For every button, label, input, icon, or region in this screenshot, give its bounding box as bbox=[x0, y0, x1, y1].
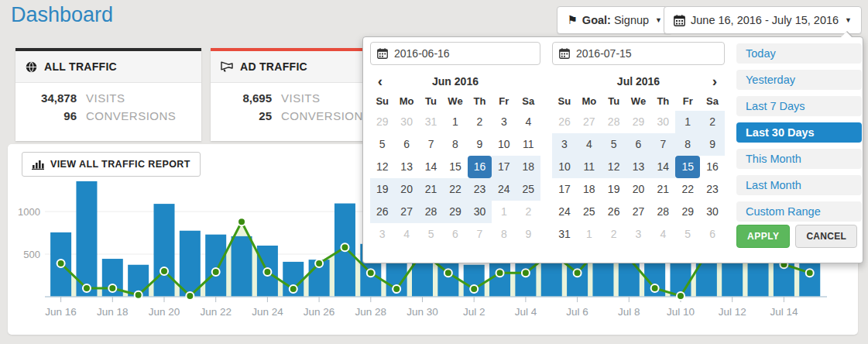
calendar-day[interactable]: 1 bbox=[492, 201, 516, 223]
calendar-day[interactable]: 30 bbox=[700, 201, 725, 223]
calendar-day[interactable]: 26 bbox=[370, 201, 394, 223]
calendar-day[interactable]: 5 bbox=[675, 223, 700, 246]
calendar-day[interactable]: 20 bbox=[394, 178, 418, 201]
calendar-day[interactable]: 14 bbox=[650, 156, 675, 178]
calendar-day[interactable]: 9 bbox=[700, 133, 725, 156]
calendar-day[interactable]: 24 bbox=[552, 201, 577, 223]
calendar-day[interactable]: 2 bbox=[700, 111, 725, 133]
calendar-day[interactable]: 23 bbox=[468, 178, 492, 201]
goal-dropdown-button[interactable]: ⚑ Goal: Signup ▼ bbox=[557, 6, 672, 34]
calendar-day[interactable]: 15 bbox=[443, 156, 467, 178]
prev-month-button[interactable]: ‹ bbox=[370, 71, 390, 92]
calendar-day[interactable]: 29 bbox=[675, 201, 700, 223]
calendar-day[interactable]: 8 bbox=[492, 223, 516, 246]
calendar-day[interactable]: 2 bbox=[516, 201, 540, 223]
calendar-day[interactable]: 18 bbox=[577, 178, 602, 201]
calendar-day[interactable]: 5 bbox=[602, 133, 626, 156]
calendar-day[interactable]: 1 bbox=[443, 111, 467, 133]
calendar-day[interactable]: 31 bbox=[552, 223, 577, 246]
calendar-day[interactable]: 16 bbox=[700, 156, 725, 178]
calendar-day[interactable]: 6 bbox=[626, 133, 651, 156]
calendar-day[interactable]: 7 bbox=[468, 223, 492, 246]
calendar-day[interactable]: 24 bbox=[492, 178, 516, 201]
calendar-day[interactable]: 16 bbox=[468, 156, 492, 178]
calendar-day[interactable]: 10 bbox=[492, 133, 516, 156]
calendar-day[interactable]: 2 bbox=[468, 111, 492, 133]
preset-yesterday[interactable]: Yesterday bbox=[736, 70, 862, 90]
calendar-day[interactable]: 31 bbox=[419, 111, 443, 133]
calendar-day[interactable]: 29 bbox=[443, 201, 467, 223]
calendar-day[interactable]: 28 bbox=[419, 201, 443, 223]
preset-custom-range[interactable]: Custom Range bbox=[736, 201, 862, 222]
calendar-day[interactable]: 11 bbox=[516, 133, 540, 156]
calendar-day[interactable]: 29 bbox=[626, 111, 651, 133]
calendar-day[interactable]: 8 bbox=[443, 133, 467, 156]
calendar-day[interactable]: 3 bbox=[626, 223, 651, 246]
calendar-day[interactable]: 25 bbox=[577, 201, 602, 223]
calendar-day[interactable]: 19 bbox=[602, 178, 626, 201]
calendar-day[interactable]: 7 bbox=[650, 133, 675, 156]
calendar-day[interactable]: 20 bbox=[626, 178, 651, 201]
view-all-traffic-report-button[interactable]: VIEW ALL TRAFFIC REPORT bbox=[22, 152, 201, 177]
calendar-day[interactable]: 27 bbox=[394, 201, 418, 223]
calendar-day[interactable]: 18 bbox=[516, 156, 540, 178]
next-month-button[interactable]: › bbox=[705, 71, 725, 92]
calendar-day[interactable]: 5 bbox=[370, 133, 394, 156]
preset-today[interactable]: Today bbox=[736, 43, 862, 64]
calendar-day[interactable]: 25 bbox=[516, 178, 540, 201]
calendar-day[interactable]: 9 bbox=[468, 133, 492, 156]
daterange-dropdown-button[interactable]: June 16, 2016 - July 15, 2016 ▼ bbox=[664, 6, 862, 34]
calendar-day[interactable]: 27 bbox=[626, 201, 651, 223]
calendar-day[interactable]: 27 bbox=[577, 111, 602, 133]
calendar-day[interactable]: 22 bbox=[675, 178, 700, 201]
calendar-day[interactable]: 9 bbox=[516, 223, 540, 246]
calendar-day[interactable]: 4 bbox=[394, 223, 418, 246]
calendar-day[interactable]: 17 bbox=[492, 156, 516, 178]
preset-this-month[interactable]: This Month bbox=[736, 149, 862, 169]
calendar-day[interactable]: 26 bbox=[602, 201, 626, 223]
calendar-day[interactable]: 17 bbox=[552, 178, 577, 201]
calendar-day[interactable]: 29 bbox=[370, 111, 394, 133]
cancel-button[interactable]: CANCEL bbox=[795, 225, 857, 248]
end-date-input[interactable] bbox=[552, 42, 725, 65]
calendar-day[interactable]: 8 bbox=[675, 133, 700, 156]
calendar-day[interactable]: 6 bbox=[443, 223, 467, 246]
calendar-day[interactable]: 12 bbox=[370, 156, 394, 178]
calendar-day[interactable]: 4 bbox=[577, 133, 602, 156]
calendar-day[interactable]: 3 bbox=[492, 111, 516, 133]
calendar-day[interactable]: 6 bbox=[700, 223, 725, 246]
calendar-day[interactable]: 28 bbox=[650, 201, 675, 223]
calendar-day[interactable]: 26 bbox=[552, 111, 577, 133]
calendar-day[interactable]: 3 bbox=[370, 223, 394, 246]
calendar-day[interactable]: 14 bbox=[419, 156, 443, 178]
calendar-day[interactable]: 21 bbox=[419, 178, 443, 201]
calendar-day[interactable]: 11 bbox=[577, 156, 602, 178]
calendar-day[interactable]: 15 bbox=[675, 156, 700, 178]
preset-last-month[interactable]: Last Month bbox=[736, 175, 862, 195]
calendar-day[interactable]: 30 bbox=[650, 111, 675, 133]
calendar-day[interactable]: 4 bbox=[650, 223, 675, 246]
calendar-day[interactable]: 21 bbox=[650, 178, 675, 201]
preset-last-7-days[interactable]: Last 7 Days bbox=[736, 96, 862, 116]
start-date-input[interactable] bbox=[370, 42, 540, 65]
calendar-day[interactable]: 13 bbox=[394, 156, 418, 178]
calendar-day[interactable]: 2 bbox=[602, 223, 626, 246]
preset-last-30-days[interactable]: Last 30 Days bbox=[736, 122, 862, 143]
calendar-day[interactable]: 13 bbox=[626, 156, 651, 178]
calendar-day[interactable]: 30 bbox=[468, 201, 492, 223]
calendar-day[interactable]: 4 bbox=[516, 111, 540, 133]
calendar-day[interactable]: 1 bbox=[675, 111, 700, 133]
calendar-day[interactable]: 1 bbox=[577, 223, 602, 246]
calendar-day[interactable]: 19 bbox=[370, 178, 394, 201]
calendar-day[interactable]: 6 bbox=[394, 133, 418, 156]
calendar-day[interactable]: 10 bbox=[552, 156, 577, 178]
calendar-day[interactable]: 23 bbox=[700, 178, 725, 201]
calendar-day[interactable]: 7 bbox=[419, 133, 443, 156]
calendar-day[interactable]: 5 bbox=[419, 223, 443, 246]
calendar-day[interactable]: 30 bbox=[394, 111, 418, 133]
calendar-day[interactable]: 12 bbox=[602, 156, 626, 178]
calendar-day[interactable]: 3 bbox=[552, 133, 577, 156]
apply-button[interactable]: APPLY bbox=[736, 225, 790, 248]
calendar-day[interactable]: 28 bbox=[602, 111, 626, 133]
calendar-day[interactable]: 22 bbox=[443, 178, 467, 201]
